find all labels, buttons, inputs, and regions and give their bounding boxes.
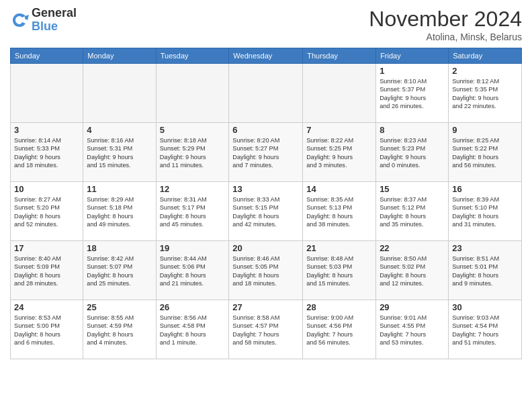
table-row: 7Sunrise: 8:22 AM Sunset: 5:25 PM Daylig… <box>303 123 376 182</box>
calendar-week-5: 24Sunrise: 8:53 AM Sunset: 5:00 PM Dayli… <box>11 300 522 359</box>
day-info: Sunrise: 8:44 AM Sunset: 5:06 PM Dayligh… <box>160 255 226 288</box>
table-row: 10Sunrise: 8:27 AM Sunset: 5:20 PM Dayli… <box>11 182 83 241</box>
day-info: Sunrise: 8:48 AM Sunset: 5:03 PM Dayligh… <box>306 255 372 288</box>
day-info: Sunrise: 8:33 AM Sunset: 5:15 PM Dayligh… <box>232 195 299 229</box>
col-tuesday: Tuesday <box>156 48 229 64</box>
day-number: 12 <box>160 184 226 194</box>
col-thursday: Thursday <box>303 48 376 64</box>
day-number: 21 <box>306 243 372 253</box>
day-number: 23 <box>452 243 518 253</box>
col-saturday: Saturday <box>449 48 522 64</box>
day-info: Sunrise: 8:42 AM Sunset: 5:07 PM Dayligh… <box>87 255 152 288</box>
table-row <box>303 64 376 123</box>
day-info: Sunrise: 8:39 AM Sunset: 5:10 PM Dayligh… <box>452 195 518 229</box>
day-info: Sunrise: 8:23 AM Sunset: 5:23 PM Dayligh… <box>380 136 445 170</box>
table-row: 18Sunrise: 8:42 AM Sunset: 5:07 PM Dayli… <box>83 241 156 300</box>
day-info: Sunrise: 8:55 AM Sunset: 4:59 PM Dayligh… <box>87 314 152 347</box>
day-number: 5 <box>160 125 226 135</box>
day-info: Sunrise: 8:35 AM Sunset: 5:13 PM Dayligh… <box>306 195 372 229</box>
calendar-week-2: 3Sunrise: 8:14 AM Sunset: 5:33 PM Daylig… <box>11 123 522 182</box>
day-number: 30 <box>452 302 518 312</box>
day-info: Sunrise: 8:16 AM Sunset: 5:31 PM Dayligh… <box>87 136 152 170</box>
table-row: 3Sunrise: 8:14 AM Sunset: 5:33 PM Daylig… <box>11 123 83 182</box>
table-row: 5Sunrise: 8:18 AM Sunset: 5:29 PM Daylig… <box>156 123 229 182</box>
day-number: 19 <box>160 243 226 253</box>
table-row: 4Sunrise: 8:16 AM Sunset: 5:31 PM Daylig… <box>83 123 156 182</box>
day-number: 20 <box>232 243 299 253</box>
table-row: 11Sunrise: 8:29 AM Sunset: 5:18 PM Dayli… <box>83 182 156 241</box>
day-number: 14 <box>306 184 372 194</box>
table-row: 26Sunrise: 8:56 AM Sunset: 4:58 PM Dayli… <box>156 300 229 359</box>
day-info: Sunrise: 8:20 AM Sunset: 5:27 PM Dayligh… <box>232 136 299 170</box>
day-info: Sunrise: 8:46 AM Sunset: 5:05 PM Dayligh… <box>232 255 299 288</box>
calendar-week-4: 17Sunrise: 8:40 AM Sunset: 5:09 PM Dayli… <box>11 241 522 300</box>
day-number: 24 <box>14 302 79 312</box>
day-number: 29 <box>380 302 445 312</box>
day-number: 25 <box>87 302 152 312</box>
month-title: November 2024 <box>369 7 522 32</box>
day-info: Sunrise: 9:01 AM Sunset: 4:55 PM Dayligh… <box>380 314 445 347</box>
day-number: 22 <box>380 243 445 253</box>
table-row: 1Sunrise: 8:10 AM Sunset: 5:37 PM Daylig… <box>376 64 449 123</box>
col-wednesday: Wednesday <box>229 48 303 64</box>
table-row: 2Sunrise: 8:12 AM Sunset: 5:35 PM Daylig… <box>449 64 522 123</box>
day-number: 4 <box>87 125 152 135</box>
day-number: 2 <box>452 66 518 76</box>
day-info: Sunrise: 8:22 AM Sunset: 5:25 PM Dayligh… <box>306 136 372 170</box>
calendar-week-1: 1Sunrise: 8:10 AM Sunset: 5:37 PM Daylig… <box>11 64 522 123</box>
day-info: Sunrise: 8:40 AM Sunset: 5:09 PM Dayligh… <box>14 255 79 288</box>
day-number: 15 <box>380 184 445 194</box>
col-monday: Monday <box>83 48 156 64</box>
logo-icon <box>10 11 29 30</box>
day-number: 7 <box>306 125 372 135</box>
table-row: 19Sunrise: 8:44 AM Sunset: 5:06 PM Dayli… <box>156 241 229 300</box>
col-friday: Friday <box>376 48 449 64</box>
table-row: 14Sunrise: 8:35 AM Sunset: 5:13 PM Dayli… <box>303 182 376 241</box>
table-row: 20Sunrise: 8:46 AM Sunset: 5:05 PM Dayli… <box>229 241 303 300</box>
day-number: 9 <box>452 125 518 135</box>
table-row: 6Sunrise: 8:20 AM Sunset: 5:27 PM Daylig… <box>229 123 303 182</box>
day-info: Sunrise: 8:25 AM Sunset: 5:22 PM Dayligh… <box>452 136 518 170</box>
day-info: Sunrise: 8:10 AM Sunset: 5:37 PM Dayligh… <box>380 77 445 111</box>
table-row: 15Sunrise: 8:37 AM Sunset: 5:12 PM Dayli… <box>376 182 449 241</box>
table-row <box>11 64 83 123</box>
table-row: 25Sunrise: 8:55 AM Sunset: 4:59 PM Dayli… <box>83 300 156 359</box>
day-info: Sunrise: 8:31 AM Sunset: 5:17 PM Dayligh… <box>160 195 226 229</box>
table-row: 12Sunrise: 8:31 AM Sunset: 5:17 PM Dayli… <box>156 182 229 241</box>
day-number: 11 <box>87 184 152 194</box>
day-number: 16 <box>452 184 518 194</box>
table-row: 29Sunrise: 9:01 AM Sunset: 4:55 PM Dayli… <box>376 300 449 359</box>
day-info: Sunrise: 8:58 AM Sunset: 4:57 PM Dayligh… <box>232 314 299 347</box>
header: General Blue November 2024 Atolina, Mins… <box>10 7 522 42</box>
table-row: 22Sunrise: 8:50 AM Sunset: 5:02 PM Dayli… <box>376 241 449 300</box>
day-info: Sunrise: 9:00 AM Sunset: 4:56 PM Dayligh… <box>306 314 372 347</box>
header-row: Sunday Monday Tuesday Wednesday Thursday… <box>11 48 522 64</box>
day-number: 27 <box>232 302 299 312</box>
day-info: Sunrise: 8:50 AM Sunset: 5:02 PM Dayligh… <box>380 255 445 288</box>
day-info: Sunrise: 8:29 AM Sunset: 5:18 PM Dayligh… <box>87 195 152 229</box>
calendar: Sunday Monday Tuesday Wednesday Thursday… <box>10 48 522 359</box>
day-info: Sunrise: 8:14 AM Sunset: 5:33 PM Dayligh… <box>14 136 79 170</box>
day-number: 13 <box>232 184 299 194</box>
day-info: Sunrise: 8:18 AM Sunset: 5:29 PM Dayligh… <box>160 136 226 170</box>
day-number: 26 <box>160 302 226 312</box>
day-number: 8 <box>380 125 445 135</box>
day-info: Sunrise: 9:03 AM Sunset: 4:54 PM Dayligh… <box>452 314 518 347</box>
table-row: 24Sunrise: 8:53 AM Sunset: 5:00 PM Dayli… <box>11 300 83 359</box>
page: General Blue November 2024 Atolina, Mins… <box>0 0 532 411</box>
table-row: 21Sunrise: 8:48 AM Sunset: 5:03 PM Dayli… <box>303 241 376 300</box>
logo-text: General Blue <box>32 7 77 34</box>
day-info: Sunrise: 8:37 AM Sunset: 5:12 PM Dayligh… <box>380 195 445 229</box>
table-row: 9Sunrise: 8:25 AM Sunset: 5:22 PM Daylig… <box>449 123 522 182</box>
calendar-week-3: 10Sunrise: 8:27 AM Sunset: 5:20 PM Dayli… <box>11 182 522 241</box>
table-row <box>156 64 229 123</box>
day-info: Sunrise: 8:12 AM Sunset: 5:35 PM Dayligh… <box>452 77 518 111</box>
table-row <box>83 64 156 123</box>
location-subtitle: Atolina, Minsk, Belarus <box>369 32 522 42</box>
day-number: 6 <box>232 125 299 135</box>
day-number: 1 <box>380 66 445 76</box>
table-row <box>229 64 303 123</box>
day-info: Sunrise: 8:51 AM Sunset: 5:01 PM Dayligh… <box>452 255 518 288</box>
table-row: 13Sunrise: 8:33 AM Sunset: 5:15 PM Dayli… <box>229 182 303 241</box>
day-info: Sunrise: 8:27 AM Sunset: 5:20 PM Dayligh… <box>14 195 79 229</box>
